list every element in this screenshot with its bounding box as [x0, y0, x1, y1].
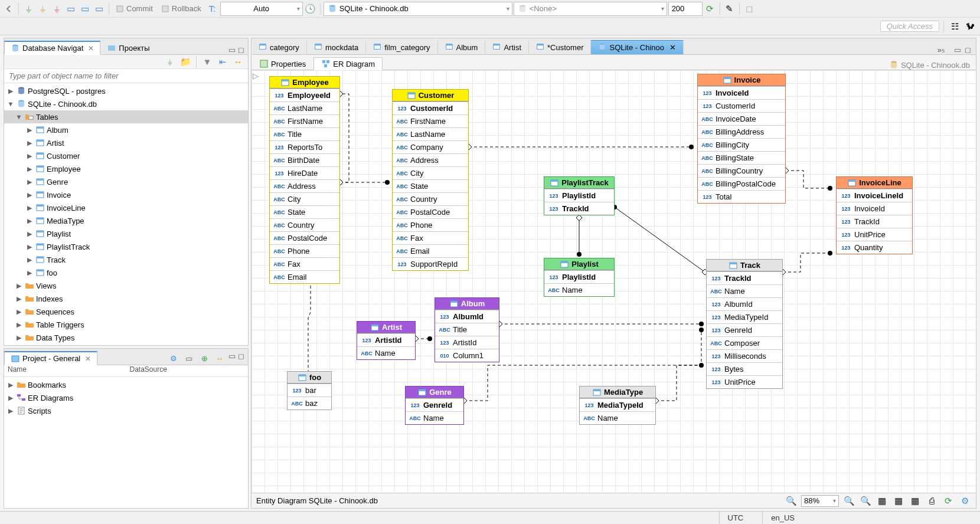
entity-column[interactable]: 123Quantity	[837, 241, 912, 254]
entity-column[interactable]: ABCAddress	[270, 179, 339, 192]
zoom-out-icon[interactable]: 🔍	[859, 494, 872, 507]
status-timezone[interactable]: UTC	[719, 512, 752, 524]
entity-column[interactable]: 123AlbumId	[707, 297, 782, 310]
entity-column[interactable]: 123MediaTypeId	[707, 310, 782, 323]
entity-column[interactable]: 123InvoiceId	[837, 202, 912, 215]
entity-column[interactable]: ABCBillingCity	[698, 138, 785, 151]
tree-node-playlist[interactable]: ▶Playlist	[4, 227, 248, 240]
minimize-icon[interactable]: ▭	[954, 45, 961, 54]
tab-overflow[interactable]: »₅	[933, 45, 949, 54]
entity-column[interactable]: ABCTitle	[270, 127, 339, 140]
plug-connect-icon[interactable]: ⏚	[22, 2, 35, 15]
close-icon[interactable]: ✕	[85, 355, 91, 363]
caret-icon[interactable]: ▶	[25, 126, 34, 134]
filter-icon[interactable]: ▼	[201, 55, 214, 68]
rollback-button[interactable]: Rollback	[158, 2, 205, 16]
entity-header[interactable]: PlaylistTrack	[544, 177, 614, 189]
entity-header[interactable]: foo	[288, 372, 331, 384]
perspective-dbeaver-icon[interactable]: ☷	[948, 20, 961, 33]
snap-icon[interactable]: ▦	[909, 494, 922, 507]
plug-connect-orange-icon[interactable]: ⏚	[36, 2, 49, 15]
tree-node-mediatype[interactable]: ▶MediaType	[4, 214, 248, 227]
close-icon[interactable]: ✕	[669, 43, 676, 52]
caret-icon[interactable]: ▶	[25, 204, 34, 212]
link-icon[interactable]: ↔	[213, 352, 226, 365]
tree-node-genre[interactable]: ▶Genre	[4, 175, 248, 188]
status-locale[interactable]: en_US	[762, 512, 803, 524]
entity-column[interactable]: ABCName	[357, 346, 415, 359]
entity-column[interactable]: 123EmployeeId	[270, 89, 339, 101]
entity-foo[interactable]: foo123barABCbaz	[287, 371, 332, 410]
caret-icon[interactable]: ▶	[6, 381, 15, 389]
navigator-filter-input[interactable]	[4, 69, 248, 83]
entity-header[interactable]: MediaType	[580, 387, 655, 398]
entity-column[interactable]: ABCCompany	[393, 140, 468, 153]
project-node-bookmarks[interactable]: ▶Bookmarks	[4, 378, 248, 391]
minimize-icon[interactable]: ▭	[228, 45, 236, 54]
tree-node-data-types[interactable]: ▶Data Types	[4, 331, 248, 344]
entity-column[interactable]: 123UnitPrice	[707, 375, 782, 388]
entity-column[interactable]: ABCLastName	[270, 101, 339, 114]
collapse-icon[interactable]: ▭	[182, 352, 195, 365]
caret-icon[interactable]: ▶	[25, 152, 34, 160]
caret-icon[interactable]: ▶	[25, 217, 34, 225]
editor-tab-film-category[interactable]: film_category	[366, 40, 437, 54]
entity-column[interactable]: 123TrackId	[707, 271, 782, 284]
subtab-properties[interactable]: Properties	[251, 57, 313, 70]
entity-column[interactable]: 123Milliseconds	[707, 349, 782, 362]
caret-icon[interactable]: ▶	[25, 139, 34, 147]
caret-icon[interactable]: ▶	[15, 308, 23, 316]
sql-editor-plus-icon[interactable]: ▭	[93, 2, 106, 15]
tree-node-views[interactable]: ▶Views	[4, 279, 248, 292]
entity-column[interactable]: ABCBirthDate	[270, 153, 339, 166]
schema-select[interactable]: <None>▾	[514, 2, 667, 16]
tab-db-navigator[interactable]: Database Navigat ✕	[4, 41, 100, 55]
caret-icon[interactable]: ▶	[25, 269, 34, 277]
quick-access-button[interactable]: Quick Access	[880, 21, 939, 32]
entity-column[interactable]: ABCTitle	[435, 323, 499, 336]
entity-track[interactable]: Track123TrackIdABCName123AlbumId123Media…	[706, 259, 783, 389]
entity-column[interactable]: 123GenreId	[707, 323, 782, 336]
caret-icon[interactable]: ▶	[6, 407, 15, 415]
entity-column[interactable]: ABCEmail	[393, 244, 468, 257]
entity-column[interactable]: ABCInvoiceDate	[698, 112, 785, 125]
tree-node-track[interactable]: ▶Track	[4, 253, 248, 266]
tree-node-invoice[interactable]: ▶Invoice	[4, 188, 248, 201]
stop-icon[interactable]: ◻	[743, 2, 756, 15]
entity-column[interactable]: ABCBillingAddress	[698, 125, 785, 138]
connection-select[interactable]: SQLite - Chinook.db▾	[324, 2, 512, 16]
zoom-select[interactable]: 88%▾	[801, 495, 839, 507]
tab-project-general[interactable]: Project - General ✕	[4, 351, 97, 365]
plug-disconnect-icon[interactable]: ⏚	[50, 2, 63, 15]
zoom-in-icon[interactable]: 🔍	[842, 494, 855, 507]
tab-projects[interactable]: Проекты	[100, 41, 156, 55]
new-folder-icon[interactable]: 📁	[179, 55, 192, 68]
tx-mode-icon[interactable]: T:	[206, 2, 219, 15]
entity-header[interactable]: Playlist	[544, 258, 614, 270]
entity-column[interactable]: 123GenreId	[406, 398, 463, 411]
entity-column[interactable]: ABCFax	[270, 257, 339, 270]
tree-node-album[interactable]: ▶Album	[4, 123, 248, 136]
entity-column[interactable]: ABCPhone	[270, 244, 339, 257]
entity-column[interactable]: ABCCountry	[270, 218, 339, 231]
maximize-icon[interactable]: ◻	[238, 352, 244, 365]
export-icon[interactable]: ⎙	[925, 494, 938, 507]
grid-icon[interactable]: ▦	[892, 494, 905, 507]
tree-node-postgresql-postgres[interactable]: ▶PostgreSQL - postgres	[4, 84, 248, 97]
navigator-tree[interactable]: ▶PostgreSQL - postgres▼SQLite - Chinook.…	[4, 83, 248, 345]
search-icon[interactable]: 🔍	[785, 494, 798, 507]
entity-genre[interactable]: Genre123GenreIdABCName	[405, 386, 464, 425]
entity-column[interactable]: 123bar	[288, 384, 331, 397]
entity-column[interactable]: 123Bytes	[707, 362, 782, 375]
entity-mediatype[interactable]: MediaType123MediaTypeIdABCName	[579, 386, 656, 425]
sql-editor-icon[interactable]: ▭	[64, 2, 77, 15]
collapse-icon[interactable]: ⇤	[216, 55, 229, 68]
entity-invoice[interactable]: Invoice123InvoiceId123CustomerIdABCInvoi…	[697, 74, 786, 204]
entity-employee[interactable]: Employee123EmployeeIdABCLastNameABCFirst…	[269, 76, 340, 284]
editor-tab-artist[interactable]: Artist	[485, 40, 529, 54]
tx-mode-select[interactable]: Auto▾	[220, 2, 303, 16]
editor-tab-sqlite-chinoo[interactable]: SQLite - Chinoo✕	[591, 40, 684, 54]
history-icon[interactable]: 🕓	[304, 2, 317, 15]
perspective-other-icon[interactable]: 🐿	[963, 20, 976, 33]
entity-column[interactable]: 123ArtistId	[357, 333, 415, 346]
